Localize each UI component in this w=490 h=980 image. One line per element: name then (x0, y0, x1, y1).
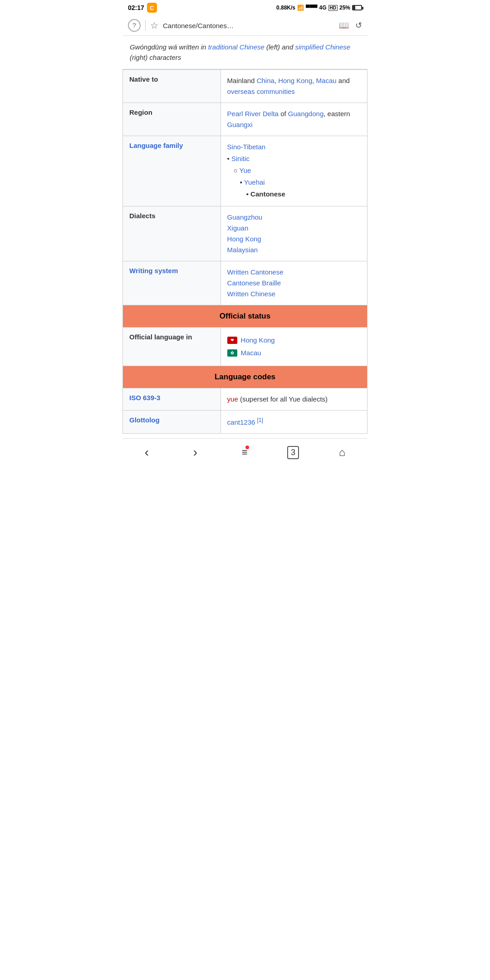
writing-system-value: Written Cantonese Cantonese Braille Writ… (220, 261, 367, 305)
iso-row: ISO 639-3 yue (superset for all Yue dial… (123, 388, 368, 411)
guangzhou-link[interactable]: Guangzhou (227, 213, 263, 221)
macau-official-link[interactable]: Macau (241, 348, 261, 358)
yue-link[interactable]: Yue (240, 167, 251, 174)
written-cantonese-link[interactable]: Written Cantonese (227, 268, 284, 276)
nav-bar: ‹ › ≡ 3 ⌂ (122, 438, 368, 465)
iso-value: yue (superset for all Yue dialects) (220, 388, 367, 411)
overseas-link[interactable]: overseas communities (227, 88, 295, 95)
sino-tibetan-link[interactable]: Sino-Tibetan (227, 143, 266, 151)
writing-system-label: Writing system (123, 261, 221, 305)
china-link[interactable]: China (257, 77, 274, 84)
sinitic-link[interactable]: Sinitic (231, 155, 250, 162)
native-to-row: Native to Mainland China, Hong Kong, Mac… (123, 70, 368, 103)
glottolog-row: Glottolog cant1236 [1] (123, 411, 368, 434)
language-family-label: Language family (123, 136, 221, 206)
signal-icon: ▀▀▀ (306, 5, 318, 11)
browser-action-icons: 📖 ↺ (339, 20, 362, 30)
hong-kong-flag: ❤ (227, 337, 237, 344)
status-time: 02:17 (128, 4, 144, 11)
macau-flag: ✿ (227, 349, 237, 357)
official-language-row: Official language in ❤ Hong Kong ✿ Macau (123, 328, 368, 366)
intro-text3: (left) and (266, 43, 295, 51)
xiguan-link[interactable]: Xiguan (227, 224, 249, 232)
glottolog-value: cant1236 [1] (220, 411, 367, 434)
official-language-label: Official language in (123, 328, 221, 366)
status-left: 02:17 C (128, 3, 157, 13)
tabs-button[interactable]: 3 (287, 446, 299, 459)
macau-flag-row: ✿ Macau (227, 348, 361, 358)
language-family-value: Sino-Tibetan Sinitic Yue Yuehai Cantones… (220, 136, 367, 206)
native-to-value: Mainland China, Hong Kong, Macau and ove… (220, 70, 367, 103)
hong-kong-link[interactable]: Hong Kong (278, 77, 312, 84)
battery-icon (352, 5, 362, 10)
glottolog-ref[interactable]: [1] (257, 417, 263, 423)
bookmark-icon[interactable]: ☆ (150, 20, 158, 31)
hd-badge: HD (328, 5, 338, 11)
mainland-text: Mainland (227, 77, 257, 84)
iso-code[interactable]: yue (227, 395, 238, 403)
intro-link-traditional[interactable]: traditional Chinese (208, 43, 265, 51)
official-status-header: Official status (123, 305, 368, 328)
guangxi-link[interactable]: Guangxi (227, 121, 253, 128)
language-codes-header-row: Language codes (123, 366, 368, 388)
glottolog-code-link[interactable]: cant1236 (227, 418, 255, 426)
yuehai-link[interactable]: Yuehai (244, 178, 265, 186)
malaysian-link[interactable]: Malaysian (227, 246, 258, 254)
intro-link-simplified[interactable]: simplified Chinese (295, 43, 350, 51)
url-bar[interactable]: Cantonese/Cantones… (163, 22, 334, 29)
menu-button[interactable]: ≡ (237, 445, 252, 460)
shield-icon[interactable]: ? (128, 19, 141, 32)
guangdong-link[interactable]: Guangdong (288, 110, 323, 118)
macau-link[interactable]: Macau (316, 77, 337, 84)
region-label: Region (123, 103, 221, 136)
region-value: Pearl River Delta of Guangdong, eastern … (220, 103, 367, 136)
wifi-icon: 📶 (297, 5, 304, 11)
network-speed: 0.88K/s (276, 5, 295, 11)
intro-text4: (right) characters (130, 54, 181, 61)
intro-text1: Gwóngdūng wá (130, 43, 177, 51)
status-bar: 02:17 C 0.88K/s 📶 ▀▀▀ 4G HD 25% (122, 0, 368, 15)
menu-dot (245, 446, 249, 449)
dialects-value: Guangzhou Xiguan Hong Kong Malaysian (220, 206, 367, 261)
browser-bar: ? ☆ Cantonese/Cantones… 📖 ↺ (122, 15, 368, 36)
status-right: 0.88K/s 📶 ▀▀▀ 4G HD 25% (276, 5, 362, 11)
language-codes-header: Language codes (123, 366, 368, 388)
language-family-row: Language family Sino-Tibetan Sinitic Yue… (123, 136, 368, 206)
cantonese-braille-link[interactable]: Cantonese Braille (227, 279, 281, 287)
network-type: 4G (319, 5, 327, 11)
hong-kong-dialect-link[interactable]: Hong Kong (227, 235, 261, 243)
dialects-label: Dialects (123, 206, 221, 261)
intro-row: Gwóngdūng wá written in traditional Chin… (122, 36, 368, 69)
dialects-row: Dialects Guangzhou Xiguan Hong Kong Mala… (123, 206, 368, 261)
hong-kong-flag-row: ❤ Hong Kong (227, 335, 361, 346)
forward-button[interactable]: › (189, 443, 202, 461)
official-status-header-row: Official status (123, 305, 368, 328)
back-button[interactable]: ‹ (140, 443, 153, 461)
main-content: Gwóngdūng wá written in traditional Chin… (122, 36, 368, 434)
written-chinese-link[interactable]: Written Chinese (227, 290, 275, 298)
battery-percent: 25% (339, 5, 350, 11)
cantonese-text: Cantonese (250, 190, 285, 198)
iso-text: (superset for all Yue dialects) (238, 395, 328, 403)
official-language-value: ❤ Hong Kong ✿ Macau (220, 328, 367, 366)
region-row: Region Pearl River Delta of Guangdong, e… (123, 103, 368, 136)
reader-mode-icon[interactable]: 📖 (339, 20, 349, 30)
divider (145, 20, 146, 31)
refresh-icon[interactable]: ↺ (355, 20, 362, 30)
dialect-list: Guangzhou Xiguan Hong Kong Malaysian (227, 212, 361, 255)
app-icon: C (147, 3, 157, 13)
home-button[interactable]: ⌂ (334, 444, 350, 461)
intro-text2: written in (179, 43, 208, 51)
native-to-label: Native to (123, 70, 221, 103)
glottolog-label: Glottolog (123, 411, 221, 434)
info-table: Native to Mainland China, Hong Kong, Mac… (122, 69, 368, 434)
writing-system-row: Writing system Written Cantonese Cantone… (123, 261, 368, 305)
language-family-list: Sinitic Yue Yuehai Cantonese (227, 153, 361, 200)
iso-label: ISO 639-3 (123, 388, 221, 411)
hong-kong-official-link[interactable]: Hong Kong (241, 335, 275, 346)
pearl-river-link[interactable]: Pearl River Delta (227, 110, 279, 118)
